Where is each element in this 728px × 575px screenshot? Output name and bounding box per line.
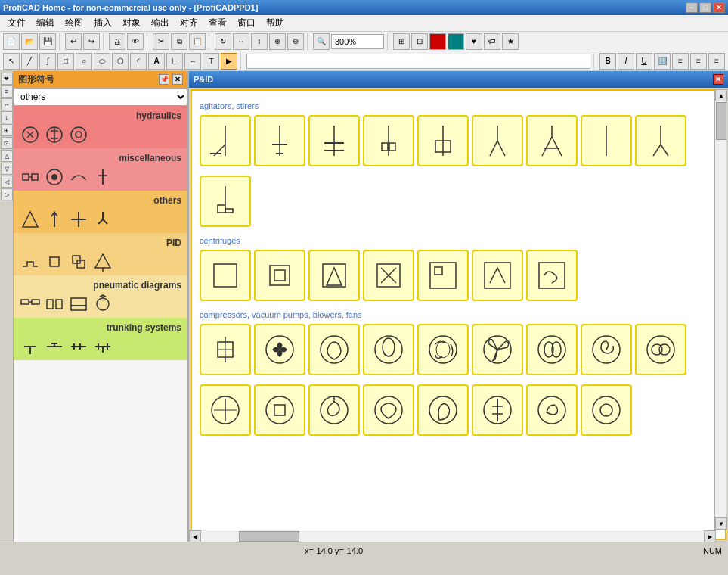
category-pid[interactable]: PID [14,233,187,275]
symbol-comp-5[interactable] [417,324,469,375]
menu-help[interactable]: 帮助 [262,15,289,31]
save-btn[interactable]: 💾 [39,33,56,50]
menu-window[interactable]: 窗口 [233,15,260,31]
copy-btn[interactable]: ⧉ [171,33,187,50]
left-tool-10[interactable]: ▷ [1,188,13,200]
symbol-agitator-7[interactable] [526,115,578,166]
hscroll-left-btn[interactable]: ◀ [189,530,201,542]
arc-btn[interactable]: ◜ [130,53,147,70]
category-hydraulics[interactable]: hydraulics [14,106,187,148]
symbol-comp-17[interactable] [581,384,632,436]
symbol-centrifuge-4[interactable] [363,250,414,301]
print-btn[interactable]: 🖨 [109,33,125,50]
left-tool-3[interactable]: ↔ [1,98,13,110]
minimize-button[interactable]: − [686,2,698,13]
symbol-centrifuge-5[interactable] [417,250,469,301]
canvas-hscroll[interactable]: ◀ ▶ [189,530,716,542]
symbol-comp-11[interactable] [254,384,305,436]
canvas-close-btn[interactable]: ✕ [713,74,723,85]
menu-draw[interactable]: 绘图 [60,15,88,31]
zoom-in-btn[interactable]: ⊕ [269,33,286,50]
left-tool-6[interactable]: ⊡ [1,137,13,149]
category-trunking[interactable]: trunking systems [14,318,187,360]
dimension-btn[interactable]: ↔ [184,53,201,70]
connector-btn[interactable]: ⊢ [166,53,183,70]
symbol-comp-16[interactable] [526,384,578,436]
left-tool-4[interactable]: ↕ [1,111,13,123]
left-tool-9[interactable]: ◁ [1,176,13,188]
zoom-select[interactable]: 300% [331,34,384,49]
menu-edit[interactable]: 编辑 [32,15,59,31]
star-btn[interactable]: ★ [502,33,519,50]
align-right-btn[interactable]: ≡ [708,53,725,70]
new-btn[interactable]: 📄 [3,33,20,50]
vscroll-down-btn[interactable]: ▼ [715,518,727,530]
heart-btn[interactable]: ♥ [466,33,482,50]
symbol-comp-15[interactable] [472,384,523,436]
line-btn[interactable]: ╱ [21,53,38,70]
text-btn[interactable]: A [148,53,165,70]
left-tool-2[interactable]: ≡ [1,85,13,98]
polygon-btn[interactable]: ⬡ [112,53,129,70]
flip-v-btn[interactable]: ↕ [251,33,268,50]
underline-btn[interactable]: U [636,53,652,70]
symbol-comp-6[interactable] [472,324,523,375]
preview-btn[interactable]: 👁 [127,33,144,50]
select-btn[interactable]: ▶ [221,53,237,70]
align-left-btn[interactable]: ≡ [672,53,689,70]
category-misc[interactable]: miscellaneous [14,148,187,191]
search-btn[interactable]: 🔍 [313,33,330,50]
category-others[interactable]: others [14,191,187,233]
circle-btn[interactable]: ○ [76,53,92,70]
italic-btn[interactable]: I [618,53,634,70]
menu-file[interactable]: 文件 [3,15,30,31]
symbol-agitator-6[interactable] [472,115,523,166]
redo-btn[interactable]: ↪ [83,33,100,50]
snap-btn[interactable]: ⊡ [411,33,428,50]
symbol-centrifuge-7[interactable] [526,250,578,301]
symbol-centrifuge-6[interactable] [472,250,523,301]
panel-pin-btn[interactable]: 📌 [159,74,169,85]
category-dropdown[interactable]: others [14,88,187,106]
menu-align[interactable]: 对齐 [175,15,203,31]
symbol-comp-2[interactable] [254,324,305,375]
color2-btn[interactable] [448,33,464,50]
close-button[interactable]: ✕ [713,2,725,13]
align-center-btn[interactable]: ≡ [690,53,707,70]
symbol-comp-10[interactable] [200,384,251,436]
curve-btn[interactable]: ∫ [39,53,56,70]
canvas-content[interactable]: agitators, stirers [191,89,726,540]
symbol-comp-14[interactable] [417,384,469,436]
canvas-vscroll[interactable]: ▲ ▼ [714,89,726,530]
hscroll-right-btn[interactable]: ▶ [704,530,716,542]
symbol-agitator-5[interactable] [417,115,469,166]
category-pneumatic[interactable]: pneumatic diagrams [14,275,187,318]
symbol-comp-8[interactable] [581,324,632,375]
vscroll-thumb[interactable] [716,102,726,140]
left-tool-8[interactable]: ▽ [1,163,13,175]
hscroll-thumb[interactable] [239,531,299,542]
hscroll-track[interactable] [201,530,704,542]
symbol-centrifuge-1[interactable] [200,250,251,301]
color1-btn[interactable] [429,33,446,50]
menu-view[interactable]: 查看 [204,15,231,31]
panel-close-btn[interactable]: ✕ [172,74,183,85]
left-tool-5[interactable]: ⊞ [1,124,13,136]
font-size-btn[interactable]: 🔠 [654,53,671,70]
vscroll-up-btn[interactable]: ▲ [715,89,727,101]
bold-btn[interactable]: B [599,53,616,70]
pointer-btn[interactable]: ↖ [3,53,20,70]
menu-output[interactable]: 输出 [147,15,174,31]
symbol-comp-9[interactable] [635,324,686,375]
symbol-agitator-8[interactable] [581,115,632,166]
cut-btn[interactable]: ✂ [153,33,169,50]
grid-btn[interactable]: ⊞ [393,33,410,50]
tag-btn[interactable]: 🏷 [484,33,500,50]
left-tool-7[interactable]: △ [1,150,13,162]
undo-btn[interactable]: ↩ [65,33,82,50]
rotate-btn[interactable]: ↻ [215,33,231,50]
symbol-agitator-3[interactable] [308,115,360,166]
symbol-comp-12[interactable] [308,384,360,436]
symbol-agitator-2[interactable] [254,115,305,166]
wire-btn[interactable]: ⊤ [203,53,219,70]
